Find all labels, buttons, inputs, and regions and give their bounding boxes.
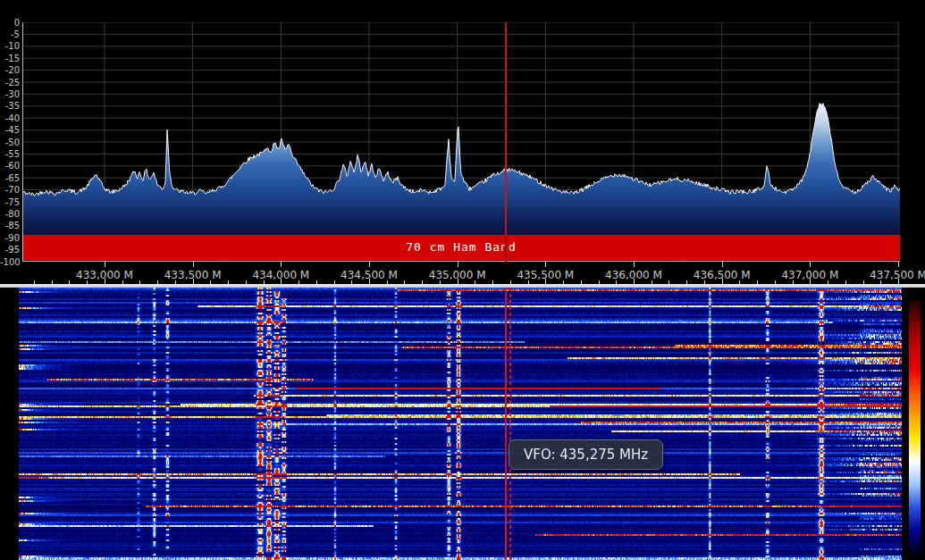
frequency-major-ticks [0, 262, 925, 268]
band-plan-label: 70 cm Ham Band [22, 235, 900, 260]
db-tick-label: -75 [0, 197, 20, 207]
frequency-tick-mark [810, 262, 811, 267]
frequency-tick-mark [898, 262, 899, 267]
vfo-tooltip: VFO: 435,275 MHz [509, 439, 663, 470]
waterfall-display[interactable] [19, 288, 902, 560]
waterfall-panel[interactable]: VFO: 435,275 MHz [0, 288, 925, 560]
db-tick-label: -10 [0, 41, 20, 51]
frequency-tick-mark [634, 262, 635, 267]
db-tick-label: -80 [0, 209, 20, 219]
sdr-app: 0-5-10-15-20-25-30-35-40-45-50-55-60-65-… [0, 0, 925, 560]
frequency-tick-mark [722, 262, 723, 267]
db-tick-label: -70 [0, 185, 20, 195]
vfo-line-spectrum[interactable] [505, 22, 507, 262]
frequency-tick-mark [369, 262, 370, 267]
vfo-line-waterfall[interactable] [505, 288, 507, 560]
db-tick-label: -5 [0, 29, 20, 39]
db-tick-label: -15 [0, 54, 20, 63]
db-tick-label: -30 [0, 89, 20, 99]
db-tick-label: -35 [0, 101, 20, 111]
db-tick-label: 0 [0, 18, 20, 28]
spectrum-plot[interactable] [22, 22, 900, 262]
frequency-tick-mark [281, 262, 282, 267]
frequency-tick-mark [458, 262, 458, 267]
frequency-tick-mark [105, 262, 105, 267]
db-tick-label: -90 [0, 233, 20, 243]
vfo-bandwidth-edge[interactable] [509, 288, 511, 560]
spectrum-panel[interactable]: 0-5-10-15-20-25-30-35-40-45-50-55-60-65-… [0, 0, 925, 284]
db-tick-label: -45 [0, 125, 20, 135]
intensity-legend [909, 300, 921, 554]
frequency-tick-mark [545, 262, 546, 267]
db-tick-label: -60 [0, 161, 20, 171]
frequency-tick-mark [193, 262, 194, 267]
db-tick-label: -20 [0, 65, 20, 75]
db-tick-label: -25 [0, 78, 20, 88]
vfo-tooltip-text: VFO: 435,275 MHz [524, 447, 648, 463]
db-tick-label: -50 [0, 138, 20, 147]
db-tick-label: -65 [0, 173, 20, 183]
db-tick-label: -85 [0, 221, 20, 230]
db-tick-label: -55 [0, 149, 20, 159]
db-tick-label: -95 [0, 245, 20, 255]
db-tick-label: -40 [0, 113, 20, 123]
db-axis-labels: 0-5-10-15-20-25-30-35-40-45-50-55-60-65-… [0, 0, 20, 284]
